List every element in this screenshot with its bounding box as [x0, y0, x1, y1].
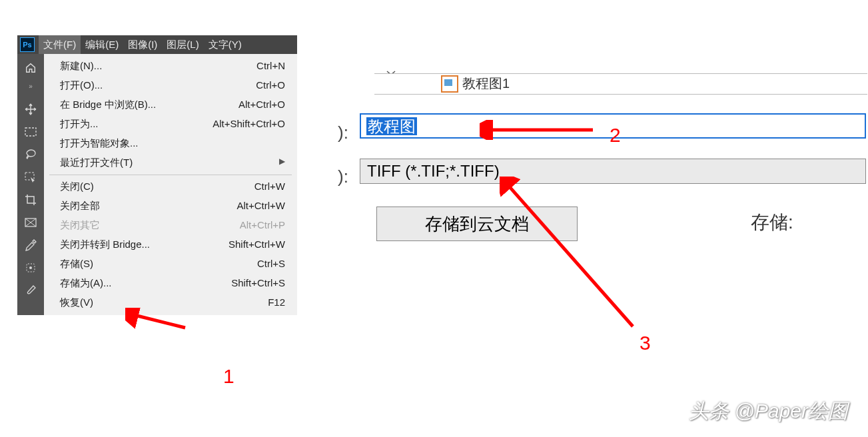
marquee-tool-icon[interactable]: [21, 123, 40, 141]
menu-open-smart[interactable]: 打开为智能对象...: [44, 134, 297, 153]
file-menu-dropdown: 新建(N)...Ctrl+N 打开(O)...Ctrl+O 在 Bridge 中…: [44, 54, 297, 315]
menu-label: 存储(S): [60, 258, 93, 270]
menu-label: 在 Bridge 中浏览(B)...: [60, 99, 156, 111]
menu-label: 打开为智能对象...: [60, 137, 139, 150]
menu-label: 关闭(C): [60, 181, 94, 193]
eyedropper-tool-icon[interactable]: [21, 236, 40, 254]
save-options-label: 存储:: [751, 210, 793, 235]
menu-open-as[interactable]: 打开为...Alt+Shift+Ctrl+O: [44, 115, 297, 134]
cloud-button-label: 存储到云文档: [425, 213, 529, 236]
svg-point-4: [29, 266, 32, 269]
brush-tool-icon[interactable]: [21, 281, 40, 300]
menu-revert[interactable]: 恢复(V)F12: [44, 293, 297, 312]
menu-shortcut: Shift+Ctrl+S: [231, 277, 285, 290]
menu-label: 关闭全部: [60, 200, 100, 213]
menu-label: 关闭其它: [60, 219, 100, 232]
menu-label: 打开为...: [60, 118, 99, 131]
menu-label: 恢复(V): [60, 296, 93, 309]
menu-browse-bridge[interactable]: 在 Bridge 中浏览(B)...Alt+Ctrl+O: [44, 95, 297, 115]
save-to-cloud-button[interactable]: 存储到云文档: [376, 207, 578, 241]
menu-shortcut: F12: [268, 296, 285, 309]
menu-shortcut: Ctrl+N: [256, 60, 285, 73]
menu-shortcut: Ctrl+O: [256, 79, 285, 92]
submenu-arrow-icon: ▶: [275, 157, 285, 169]
menu-shortcut: Ctrl+W: [254, 181, 285, 193]
format-value: TIFF (*.TIF;*.TIFF): [367, 162, 500, 181]
menu-shortcut: Alt+Shift+Ctrl+O: [213, 118, 285, 131]
menu-close-all[interactable]: 关闭全部Alt+Ctrl+W: [44, 197, 297, 216]
object-select-tool-icon[interactable]: [21, 168, 40, 187]
svg-rect-1: [25, 173, 34, 180]
menu-shortcut: Shift+Ctrl+W: [228, 238, 285, 251]
menu-shortcut: Alt+Ctrl+W: [236, 200, 285, 213]
home-icon[interactable]: [21, 59, 40, 77]
annotation-number-1: 1: [223, 365, 234, 388]
menu-shortcut: Alt+Ctrl+O: [238, 99, 285, 111]
file-entry[interactable]: 教程图1: [441, 75, 510, 93]
photoshop-window: Ps 文件(F) 编辑(E) 图像(I) 图层(L) 文字(Y) »: [17, 35, 297, 315]
app-logo: Ps: [20, 37, 35, 52]
annotation-number-3: 3: [640, 332, 651, 354]
healing-tool-icon[interactable]: [21, 258, 40, 277]
menu-layer[interactable]: 图层(L): [162, 35, 203, 54]
watermark: 头条 @Paper绘图: [689, 398, 848, 425]
menu-save[interactable]: 存储(S)Ctrl+S: [44, 254, 297, 274]
menu-shortcut: Alt+Ctrl+P: [240, 219, 285, 232]
menu-separator: [49, 175, 292, 175]
filename-label-colon: ):: [338, 123, 348, 143]
filename-value: 教程图: [366, 117, 417, 135]
lasso-tool-icon[interactable]: [21, 145, 40, 164]
menu-open-recent[interactable]: 最近打开文件(T)▶: [44, 153, 297, 173]
menu-edit[interactable]: 编辑(E): [81, 35, 123, 54]
menu-shortcut: Ctrl+S: [257, 258, 285, 270]
menubar: Ps 文件(F) 编辑(E) 图像(I) 图层(L) 文字(Y): [17, 35, 297, 54]
menu-label: 关闭并转到 Bridge...: [60, 238, 150, 251]
format-label-colon: ):: [338, 167, 348, 187]
file-entry-name: 教程图1: [462, 75, 510, 93]
image-file-icon: [441, 75, 458, 93]
svg-line-7: [506, 183, 633, 326]
menu-file[interactable]: 文件(F): [39, 35, 81, 54]
svg-rect-0: [25, 128, 36, 136]
annotation-arrow-3: [500, 177, 646, 336]
menu-type[interactable]: 文字(Y): [204, 35, 246, 54]
crop-tool-icon[interactable]: [21, 191, 40, 209]
menu-close-others: 关闭其它Alt+Ctrl+P: [44, 216, 297, 235]
menu-label: 打开(O)...: [60, 79, 103, 92]
frame-tool-icon[interactable]: [21, 213, 40, 232]
menu-image[interactable]: 图像(I): [123, 35, 162, 54]
svg-line-5: [132, 314, 185, 328]
menu-label: 存储为(A)...: [60, 277, 112, 290]
annotation-number-2: 2: [610, 124, 621, 147]
menu-open[interactable]: 打开(O)...Ctrl+O: [44, 76, 297, 95]
format-select[interactable]: TIFF (*.TIF;*.TIFF): [360, 159, 866, 184]
menu-close[interactable]: 关闭(C)Ctrl+W: [44, 177, 297, 197]
menu-label: 新建(N)...: [60, 60, 102, 73]
move-tool-icon[interactable]: [21, 100, 40, 119]
toolbar: »: [17, 54, 44, 315]
menu-new[interactable]: 新建(N)...Ctrl+N: [44, 57, 297, 76]
menu-save-as[interactable]: 存储为(A)...Shift+Ctrl+S: [44, 274, 297, 293]
expand-toolbar[interactable]: »: [21, 81, 40, 91]
menu-label: 最近打开文件(T): [60, 157, 133, 169]
menu-close-bridge[interactable]: 关闭并转到 Bridge...Shift+Ctrl+W: [44, 235, 297, 254]
